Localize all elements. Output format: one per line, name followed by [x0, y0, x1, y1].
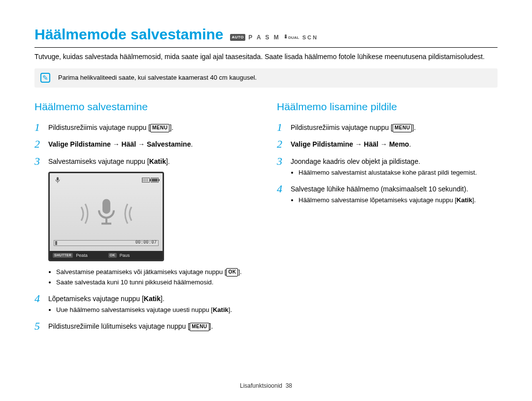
right-step-3: 3 Joondage kaadris olev objekt ja pildis… — [277, 155, 498, 179]
right-step-1: 1 Pildistusrežiimis vajutage nuppu [MENU… — [277, 121, 498, 134]
ok-button-icon: OK — [226, 268, 238, 277]
mic-large-icon — [70, 197, 142, 231]
step-text: Valige Pildistamine → Hääl → Salvestamin… — [48, 138, 193, 151]
mode-auto-icon: AUTO — [230, 34, 245, 41]
step-text: Pildistusrežiimile lülitumiseks vajutage… — [48, 320, 213, 333]
page-title: Häälmemode salvestamine — [34, 24, 224, 45]
bullet: Uue häälmemo salvestamiseks vajutage uue… — [56, 306, 232, 315]
mode-letters: P A S M — [248, 34, 280, 41]
step-number: 4 — [34, 292, 48, 316]
svg-point-0 — [285, 34, 287, 36]
left-step-5: 5 Pildistusrežiimile lülitumiseks vajuta… — [34, 320, 255, 333]
step-text: Salvestamiseks vajutage nuppu [Katik]. — [48, 155, 170, 168]
step-text: Pildistusrežiimis vajutage nuppu [MENU]. — [48, 121, 173, 134]
svg-rect-2 — [57, 177, 59, 181]
step-text: Lõpetamiseks vajutage nuppu [Katik]. Uue… — [48, 292, 232, 316]
mic-small-icon — [54, 176, 62, 184]
step-number: 4 — [277, 183, 291, 206]
menu-button-icon: MENU — [150, 124, 169, 132]
bullet: Salvestamise peatamiseks või jätkamiseks… — [56, 268, 242, 277]
tip-box: ✎ Parima helikvaliteedi saate, kui salve… — [34, 68, 498, 88]
page-footer: Lisafunktsioonid 38 — [0, 382, 532, 390]
battery-icon — [151, 178, 159, 183]
left-heading: Häälmemo salvestamine — [34, 99, 255, 114]
intro-text: Tutvuge, kuidas salvestada häälmemosid, … — [34, 52, 498, 62]
right-heading: Häälmemo lisamine pildile — [277, 99, 498, 114]
step-number: 3 — [34, 155, 48, 168]
step-number: 3 — [277, 155, 291, 179]
battery-icons — [142, 178, 159, 183]
svg-rect-4 — [102, 199, 110, 214]
left-step-3-bullets: Salvestamise peatamiseks või jätkamiseks… — [34, 264, 255, 288]
ok-label-icon: OK — [108, 253, 117, 258]
page-header: Häälmemode salvestamine AUTO P A S M DUA… — [34, 24, 498, 45]
recording-time: 00:00:07 — [135, 239, 157, 246]
footer-page-number: 38 — [286, 382, 292, 389]
step-number: 1 — [277, 121, 291, 134]
left-column: Häälmemo salvestamine 1 Pildistusrežiimi… — [34, 99, 255, 337]
right-step-4: 4 Salvestage lühike häälmemo (maksimaals… — [277, 183, 498, 206]
mode-scn: SCN — [302, 34, 318, 40]
bullet: Saate salvestada kuni 10 tunni pikkuseid… — [56, 278, 242, 287]
pause-text: Paus — [120, 252, 130, 259]
step-number: 2 — [34, 138, 48, 151]
step-text: Pildistusrežiimis vajutage nuppu [MENU]. — [291, 121, 416, 134]
tip-text: Parima helikvaliteedi saate, kui salvest… — [58, 74, 257, 81]
step-text: Salvestage lühike häälmemo (maksimaalsel… — [291, 183, 476, 206]
shutter-label-icon: SHUTTER — [53, 253, 73, 258]
sd-card-icon — [142, 178, 150, 183]
stop-text: Peata — [76, 252, 88, 259]
title-divider — [34, 47, 498, 48]
left-step-1: 1 Pildistusrežiimis vajutage nuppu [MENU… — [34, 121, 255, 134]
step-text: Valige Pildistamine → Hääl → Memo. — [291, 138, 411, 151]
right-step-2: 2 Valige Pildistamine → Hääl → Memo. — [277, 138, 498, 151]
svg-rect-1 — [285, 36, 287, 38]
left-step-2: 2 Valige Pildistamine → Hääl → Salvestam… — [34, 138, 255, 151]
footer-section: Lisafunktsioonid — [240, 382, 282, 389]
right-column: Häälmemo lisamine pildile 1 Pildistusrež… — [277, 99, 498, 337]
menu-button-icon: MENU — [190, 323, 209, 331]
left-step-3: 3 Salvestamiseks vajutage nuppu [Katik]. — [34, 155, 255, 168]
mode-dual-icon: DUAL — [283, 34, 302, 41]
left-step-4: 4 Lõpetamiseks vajutage nuppu [Katik]. U… — [34, 292, 255, 316]
note-icon: ✎ — [40, 73, 50, 83]
step-number: 1 — [34, 121, 48, 134]
camera-preview-illustration: 00:00:07 SHUTTER Peata OK Paus — [48, 172, 164, 261]
bullet: Häälmemo salvestamise lõpetamiseks vajut… — [299, 196, 476, 205]
step-text: Joondage kaadris olev objekt ja pildista… — [291, 155, 477, 179]
camera-bottom-bar: SHUTTER Peata OK Paus — [50, 251, 163, 260]
step-number: 5 — [34, 320, 48, 333]
mode-strip: AUTO P A S M DUAL SCN — [230, 33, 318, 42]
menu-button-icon: MENU — [393, 124, 412, 132]
step-number: 2 — [277, 138, 291, 151]
bullet: Häälmemo salvestamist alustatakse kohe p… — [299, 168, 477, 178]
